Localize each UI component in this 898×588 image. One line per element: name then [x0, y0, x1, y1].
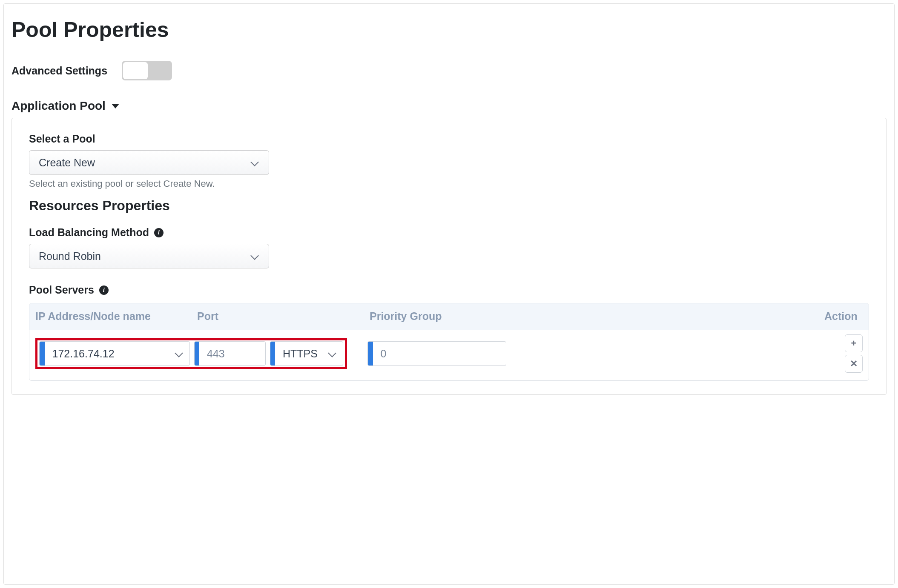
- resources-properties-heading: Resources Properties: [29, 198, 869, 214]
- plus-icon: +: [851, 338, 857, 349]
- close-icon: ✕: [850, 358, 858, 369]
- load-balancing-label: Load Balancing Method i: [29, 226, 869, 239]
- application-pool-label: Application Pool: [11, 99, 106, 113]
- load-balancing-label-text: Load Balancing Method: [29, 226, 149, 239]
- select-pool-dropdown[interactable]: Create New: [29, 150, 269, 175]
- port-cell: [194, 341, 266, 366]
- info-icon[interactable]: i: [154, 228, 164, 237]
- port-input[interactable]: [199, 342, 265, 365]
- load-balancing-block: Load Balancing Method i Round Robin: [29, 226, 869, 268]
- caret-down-icon: [112, 104, 119, 108]
- pool-servers-block: Pool Servers i IP Address/Node name Port…: [29, 284, 869, 381]
- select-pool-value: Create New: [39, 157, 95, 169]
- chevron-down-icon[interactable]: [328, 349, 337, 358]
- ip-input[interactable]: [45, 342, 189, 365]
- blue-bar: [195, 342, 199, 365]
- pool-properties-panel: Pool Properties Advanced Settings Applic…: [3, 3, 895, 585]
- advanced-settings-row: Advanced Settings: [11, 61, 887, 80]
- load-balancing-value: Round Robin: [39, 250, 101, 263]
- application-pool-header[interactable]: Application Pool: [11, 99, 119, 113]
- add-row-button[interactable]: +: [845, 334, 863, 352]
- table-header: IP Address/Node name Port Priority Group…: [29, 303, 869, 330]
- application-pool-body: Select a Pool Create New Select an exist…: [11, 118, 887, 395]
- pool-servers-table: IP Address/Node name Port Priority Group…: [29, 303, 869, 381]
- pool-servers-label: Pool Servers i: [29, 284, 869, 296]
- ip-cell: [39, 341, 190, 366]
- pool-servers-label-text: Pool Servers: [29, 284, 94, 296]
- th-port: Port: [197, 310, 370, 323]
- select-pool-block: Select a Pool Create New Select an exist…: [29, 133, 869, 189]
- chevron-down-icon[interactable]: [175, 349, 184, 358]
- advanced-settings-toggle[interactable]: [122, 61, 172, 80]
- protocol-cell: [270, 341, 343, 366]
- remove-row-button[interactable]: ✕: [845, 355, 863, 373]
- th-action: Action: [824, 310, 863, 323]
- row-actions: + ✕: [845, 334, 863, 373]
- load-balancing-dropdown[interactable]: Round Robin: [29, 244, 269, 268]
- blue-bar: [270, 342, 275, 365]
- chevron-down-icon: [251, 252, 259, 260]
- blue-bar: [368, 342, 373, 365]
- select-pool-label: Select a Pool: [29, 133, 869, 145]
- priority-cell: [367, 341, 506, 366]
- highlighted-inputs: [35, 338, 347, 369]
- select-pool-help: Select an existing pool or select Create…: [29, 178, 869, 189]
- th-ip: IP Address/Node name: [35, 310, 197, 323]
- th-priority: Priority Group: [370, 310, 527, 323]
- advanced-settings-label: Advanced Settings: [11, 65, 107, 77]
- blue-bar: [40, 342, 45, 365]
- chevron-down-icon: [251, 158, 259, 167]
- toggle-knob: [123, 62, 148, 79]
- page-title: Pool Properties: [11, 17, 887, 42]
- table-row: + ✕: [29, 330, 869, 380]
- info-icon[interactable]: i: [99, 285, 109, 295]
- priority-input[interactable]: [373, 342, 506, 365]
